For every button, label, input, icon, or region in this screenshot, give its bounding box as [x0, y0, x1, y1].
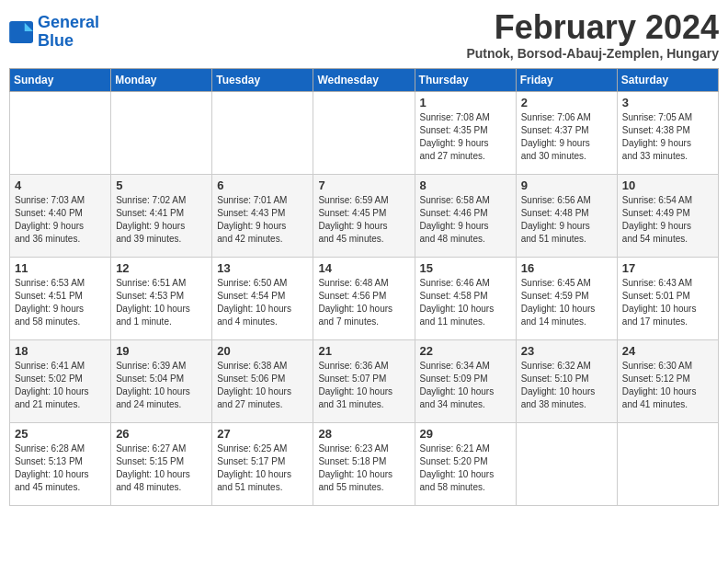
calendar-table: SundayMondayTuesdayWednesdayThursdayFrid… — [9, 68, 719, 506]
day-number: 4 — [15, 178, 106, 192]
day-info: Sunrise: 6:59 AM Sunset: 4:45 PM Dayligh… — [318, 194, 409, 246]
calendar-cell: 9Sunrise: 6:56 AM Sunset: 4:48 PM Daylig… — [516, 174, 617, 257]
calendar-cell — [313, 91, 415, 174]
day-info: Sunrise: 6:45 AM Sunset: 4:59 PM Dayligh… — [521, 277, 612, 328]
calendar-cell: 2Sunrise: 7:06 AM Sunset: 4:37 PM Daylig… — [516, 91, 617, 174]
svg-rect-0 — [9, 21, 33, 43]
calendar-cell: 4Sunrise: 7:03 AM Sunset: 4:40 PM Daylig… — [10, 174, 111, 257]
calendar-cell: 5Sunrise: 7:02 AM Sunset: 4:41 PM Daylig… — [111, 174, 212, 257]
day-number: 28 — [318, 427, 409, 441]
day-info: Sunrise: 6:27 AM Sunset: 5:15 PM Dayligh… — [116, 442, 207, 494]
location-title: Putnok, Borsod-Abauj-Zemplen, Hungary — [466, 46, 719, 61]
calendar-cell: 20Sunrise: 6:38 AM Sunset: 5:06 PM Dayli… — [212, 339, 313, 422]
day-info: Sunrise: 7:08 AM Sunset: 4:35 PM Dayligh… — [420, 111, 511, 163]
calendar-cell: 13Sunrise: 6:50 AM Sunset: 4:54 PM Dayli… — [212, 257, 313, 339]
day-info: Sunrise: 6:58 AM Sunset: 4:46 PM Dayligh… — [420, 194, 511, 246]
day-info: Sunrise: 6:43 AM Sunset: 5:01 PM Dayligh… — [622, 277, 713, 328]
day-number: 26 — [116, 427, 207, 441]
header-day-sunday: Sunday — [10, 68, 111, 91]
day-info: Sunrise: 6:53 AM Sunset: 4:51 PM Dayligh… — [15, 277, 106, 328]
day-number: 13 — [217, 261, 308, 275]
day-number: 29 — [420, 427, 511, 441]
day-number: 5 — [116, 178, 207, 192]
day-info: Sunrise: 6:30 AM Sunset: 5:12 PM Dayligh… — [622, 360, 713, 411]
title-block: February 2024 Putnok, Borsod-Abauj-Zempl… — [466, 9, 719, 61]
calendar-cell — [516, 422, 617, 505]
calendar-week-5: 25Sunrise: 6:28 AM Sunset: 5:13 PM Dayli… — [10, 422, 719, 505]
calendar-cell — [212, 91, 313, 174]
calendar-cell: 3Sunrise: 7:05 AM Sunset: 4:38 PM Daylig… — [617, 91, 718, 174]
header-day-thursday: Thursday — [415, 68, 516, 91]
day-number: 23 — [521, 344, 612, 358]
calendar-cell — [111, 91, 212, 174]
day-info: Sunrise: 6:41 AM Sunset: 5:02 PM Dayligh… — [15, 360, 106, 411]
day-number: 7 — [318, 178, 409, 192]
day-info: Sunrise: 6:56 AM Sunset: 4:48 PM Dayligh… — [521, 194, 612, 246]
logo: General Blue — [9, 9, 99, 51]
day-number: 19 — [116, 344, 207, 358]
day-number: 3 — [622, 96, 713, 109]
day-info: Sunrise: 6:48 AM Sunset: 4:56 PM Dayligh… — [318, 277, 409, 328]
calendar-cell: 19Sunrise: 6:39 AM Sunset: 5:04 PM Dayli… — [111, 339, 212, 422]
calendar-week-3: 11Sunrise: 6:53 AM Sunset: 4:51 PM Dayli… — [10, 257, 719, 339]
day-info: Sunrise: 7:01 AM Sunset: 4:43 PM Dayligh… — [217, 194, 308, 246]
day-number: 21 — [318, 344, 409, 358]
day-number: 6 — [217, 178, 308, 192]
calendar-header-row: SundayMondayTuesdayWednesdayThursdayFrid… — [10, 68, 719, 91]
day-info: Sunrise: 7:03 AM Sunset: 4:40 PM Dayligh… — [15, 194, 106, 246]
calendar-cell: 27Sunrise: 6:25 AM Sunset: 5:17 PM Dayli… — [212, 422, 313, 505]
calendar-cell: 6Sunrise: 7:01 AM Sunset: 4:43 PM Daylig… — [212, 174, 313, 257]
calendar-cell — [617, 422, 718, 505]
day-info: Sunrise: 6:32 AM Sunset: 5:10 PM Dayligh… — [521, 360, 612, 411]
day-number: 24 — [622, 344, 713, 358]
header: General Blue February 2024 Putnok, Borso… — [9, 9, 719, 61]
day-number: 15 — [420, 261, 511, 275]
calendar-cell: 18Sunrise: 6:41 AM Sunset: 5:02 PM Dayli… — [10, 339, 111, 422]
calendar-cell — [10, 91, 111, 174]
day-info: Sunrise: 6:36 AM Sunset: 5:07 PM Dayligh… — [318, 360, 409, 411]
day-info: Sunrise: 6:21 AM Sunset: 5:20 PM Dayligh… — [420, 442, 511, 494]
calendar-cell: 1Sunrise: 7:08 AM Sunset: 4:35 PM Daylig… — [415, 91, 516, 174]
header-day-monday: Monday — [111, 68, 212, 91]
day-number: 17 — [622, 261, 713, 275]
day-info: Sunrise: 7:06 AM Sunset: 4:37 PM Dayligh… — [521, 111, 612, 163]
logo-blue: Blue — [38, 31, 74, 50]
day-number: 12 — [116, 261, 207, 275]
day-info: Sunrise: 7:05 AM Sunset: 4:38 PM Dayligh… — [622, 111, 713, 163]
calendar-cell: 28Sunrise: 6:23 AM Sunset: 5:18 PM Dayli… — [313, 422, 415, 505]
header-day-wednesday: Wednesday — [313, 68, 415, 91]
month-title: February 2024 — [466, 9, 719, 46]
calendar-cell: 12Sunrise: 6:51 AM Sunset: 4:53 PM Dayli… — [111, 257, 212, 339]
header-day-saturday: Saturday — [617, 68, 718, 91]
calendar-cell: 23Sunrise: 6:32 AM Sunset: 5:10 PM Dayli… — [516, 339, 617, 422]
day-number: 10 — [622, 178, 713, 192]
header-day-friday: Friday — [516, 68, 617, 91]
day-info: Sunrise: 6:34 AM Sunset: 5:09 PM Dayligh… — [420, 360, 511, 411]
day-info: Sunrise: 7:02 AM Sunset: 4:41 PM Dayligh… — [116, 194, 207, 246]
day-info: Sunrise: 6:25 AM Sunset: 5:17 PM Dayligh… — [217, 442, 308, 494]
day-number: 14 — [318, 261, 409, 275]
day-info: Sunrise: 6:39 AM Sunset: 5:04 PM Dayligh… — [116, 360, 207, 411]
day-number: 22 — [420, 344, 511, 358]
header-day-tuesday: Tuesday — [212, 68, 313, 91]
day-number: 16 — [521, 261, 612, 275]
calendar-cell: 24Sunrise: 6:30 AM Sunset: 5:12 PM Dayli… — [617, 339, 718, 422]
calendar-cell: 16Sunrise: 6:45 AM Sunset: 4:59 PM Dayli… — [516, 257, 617, 339]
calendar-cell: 15Sunrise: 6:46 AM Sunset: 4:58 PM Dayli… — [415, 257, 516, 339]
day-number: 27 — [217, 427, 308, 441]
calendar-cell: 26Sunrise: 6:27 AM Sunset: 5:15 PM Dayli… — [111, 422, 212, 505]
calendar-cell: 17Sunrise: 6:43 AM Sunset: 5:01 PM Dayli… — [617, 257, 718, 339]
calendar-cell: 14Sunrise: 6:48 AM Sunset: 4:56 PM Dayli… — [313, 257, 415, 339]
day-number: 25 — [15, 427, 106, 441]
day-number: 11 — [15, 261, 106, 275]
calendar-cell: 10Sunrise: 6:54 AM Sunset: 4:49 PM Dayli… — [617, 174, 718, 257]
day-info: Sunrise: 6:51 AM Sunset: 4:53 PM Dayligh… — [116, 277, 207, 328]
day-number: 1 — [420, 96, 511, 109]
calendar-cell: 22Sunrise: 6:34 AM Sunset: 5:09 PM Dayli… — [415, 339, 516, 422]
day-number: 20 — [217, 344, 308, 358]
day-info: Sunrise: 6:28 AM Sunset: 5:13 PM Dayligh… — [15, 442, 106, 494]
day-info: Sunrise: 6:50 AM Sunset: 4:54 PM Dayligh… — [217, 277, 308, 328]
calendar-cell: 21Sunrise: 6:36 AM Sunset: 5:07 PM Dayli… — [313, 339, 415, 422]
day-info: Sunrise: 6:54 AM Sunset: 4:49 PM Dayligh… — [622, 194, 713, 246]
day-number: 9 — [521, 178, 612, 192]
